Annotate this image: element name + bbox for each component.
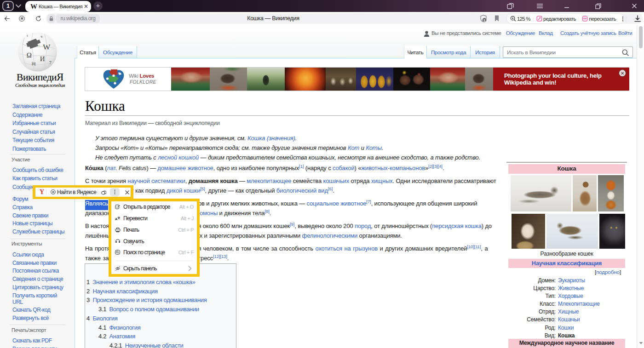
svg-text:И: И (40, 55, 45, 63)
svg-text:7: 7 (49, 60, 52, 65)
svg-text:1: 1 (483, 18, 486, 23)
svg-text:ҹ: ҹ (40, 34, 42, 39)
svg-text:A: A (115, 217, 117, 221)
svg-text:W: W (43, 43, 51, 51)
svg-text:祠: 祠 (31, 62, 36, 66)
svg-text:Я: Я (21, 17, 23, 21)
svg-text:Я: Я (52, 190, 54, 194)
svg-text:Ω: Ω (27, 51, 32, 59)
